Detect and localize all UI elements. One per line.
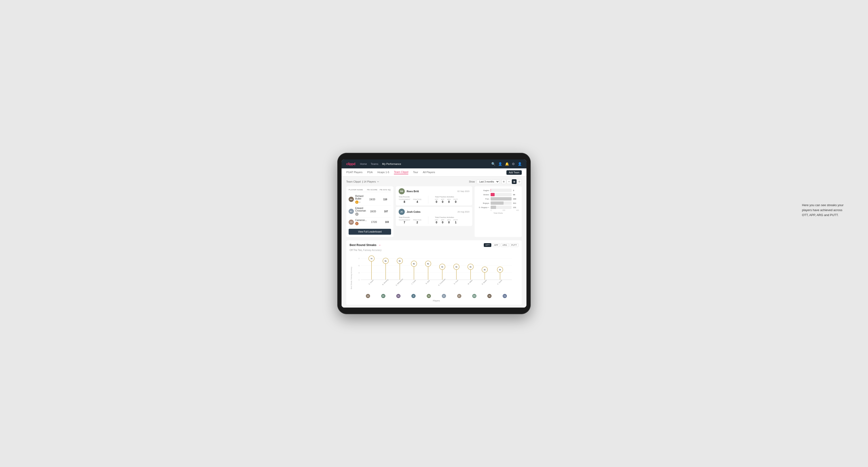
leaderboard-header: PLAYER NAME PB SCORE PB AVG SQ bbox=[349, 189, 391, 192]
arg-stat-1: ARG 0 bbox=[447, 198, 451, 204]
card-header-2: JC Josh Coles 26 Aug 2023 bbox=[399, 209, 469, 215]
table-view-icon[interactable]: ⊟ bbox=[517, 179, 522, 184]
player-name-1: Richard Butler bbox=[355, 195, 365, 200]
subnav-pgat[interactable]: PGAT Players bbox=[346, 171, 363, 174]
tablet-screen: clippd Home Teams My Performance 🔍 👤 🔔 ⚙… bbox=[342, 159, 526, 308]
edit-icon[interactable]: ✏ bbox=[377, 181, 379, 183]
subnav-team-clippd[interactable]: Team Clippd bbox=[394, 170, 408, 174]
scoring-chart-panel: Eagles 3 Birdies 96 bbox=[474, 186, 522, 237]
ott-button[interactable]: OTT bbox=[484, 243, 491, 247]
svg-text:6x: 6x bbox=[385, 260, 386, 262]
nav-links: Home Teams My Performance bbox=[360, 162, 401, 165]
stat-group-rounds-2: Total Rounds Tournament 7 Practice 2 bbox=[399, 216, 422, 224]
chart-x-label: Total Shots bbox=[477, 212, 519, 214]
practice-row-2: OTT 0 APP 0 ARG 0 bbox=[435, 219, 458, 224]
total-practice-label-1: Total Practice Activities bbox=[435, 196, 458, 198]
tournament-stat-1: Tournament 8 bbox=[399, 198, 410, 204]
streaks-title: Best Round Streaks bbox=[349, 243, 376, 247]
practice-label-1: Practice bbox=[413, 198, 421, 200]
bar-inner-dbogeys bbox=[491, 206, 496, 209]
nav-teams[interactable]: Teams bbox=[371, 162, 378, 165]
pa-mcherg: BM bbox=[381, 294, 385, 298]
col-player-name: PLAYER NAME bbox=[349, 189, 365, 191]
svg-text:3x: 3x bbox=[484, 269, 486, 271]
total-rounds-label-1: Total Rounds bbox=[399, 196, 422, 198]
y-axis-label: Best Streak, Fairway Accuracy bbox=[349, 254, 353, 302]
svg-text:D. Billingham: D. Billingham bbox=[395, 278, 404, 286]
col-pb-avg: PB AVG SQ bbox=[379, 189, 391, 191]
search-icon[interactable]: 🔍 bbox=[491, 162, 495, 166]
bar-val-bogeys: 311 bbox=[513, 202, 519, 204]
player-info-2: EC Edward Crossman 2 bbox=[349, 207, 366, 216]
pa-coles: JC bbox=[411, 294, 415, 298]
app-logo: clippd bbox=[346, 162, 355, 166]
putt-stat-2: PUTT 1 bbox=[454, 219, 458, 224]
bar-dbogeys: D. Bogeys + 131 bbox=[477, 206, 519, 209]
period-select[interactable]: Last 3 months Last 6 months Last year bbox=[477, 180, 500, 184]
app-value-2: 0 bbox=[442, 221, 443, 224]
grid-view-icon[interactable]: ⊞ bbox=[501, 179, 506, 184]
lb-row-2: EC Edward Crossman 2 18/20 107 bbox=[349, 206, 391, 217]
app-stat-1: APP 0 bbox=[441, 198, 444, 204]
stat-group-practice-1: Total Practice Activities OTT 0 APP 0 bbox=[435, 196, 458, 204]
card-avatar-2: JC bbox=[399, 209, 405, 215]
bar-outer-birdies bbox=[491, 193, 512, 196]
practice-value-1: 4 bbox=[416, 200, 418, 204]
bar-outer-pars bbox=[491, 197, 512, 200]
arg-button[interactable]: ARG bbox=[501, 243, 509, 247]
app-label-1: APP bbox=[441, 198, 444, 200]
tournament-stat-2: Tournament 7 bbox=[399, 219, 410, 224]
bar-val-pars: 499 bbox=[513, 198, 519, 200]
total-rounds-label-2: Total Rounds bbox=[399, 216, 422, 218]
card-view-icon[interactable]: ▦ bbox=[512, 179, 517, 184]
players-x-label: Players bbox=[354, 300, 519, 302]
streaks-controls: OTT APP ARG PUTT bbox=[484, 243, 519, 247]
rank-badge-2: 2 bbox=[355, 213, 359, 216]
card-name-1: Rees Britt bbox=[407, 190, 419, 193]
svg-text:4x: 4x bbox=[441, 266, 443, 268]
subnav-all-players[interactable]: All Players bbox=[423, 171, 435, 174]
stat-group-rounds-1: Total Rounds Tournament 8 Practice 4 bbox=[399, 196, 422, 204]
pb-score-1: 19/20 bbox=[365, 198, 379, 201]
subnav-tour[interactable]: Tour bbox=[413, 171, 418, 174]
x-tick-0: 0 bbox=[491, 210, 492, 211]
nav-my-performance[interactable]: My Performance bbox=[382, 162, 401, 165]
nav-home[interactable]: Home bbox=[360, 162, 367, 165]
divider-1 bbox=[428, 196, 428, 204]
add-team-button[interactable]: Add Team bbox=[506, 170, 522, 175]
player-info-1: RB Richard Butler 1 ♥ bbox=[349, 195, 365, 204]
pa-quick: CQ bbox=[503, 294, 507, 298]
arg-label-1: ARG bbox=[447, 198, 451, 200]
practice-value-2: 2 bbox=[416, 221, 418, 224]
app-button[interactable]: APP bbox=[492, 243, 500, 247]
avatar-icon[interactable]: 👤 bbox=[518, 162, 522, 166]
sub-nav-right: Add Team bbox=[506, 170, 522, 175]
svg-text:D. Ford: D. Ford bbox=[454, 280, 459, 285]
nav-bar: clippd Home Teams My Performance 🔍 👤 🔔 ⚙… bbox=[342, 159, 526, 168]
pa-ewert: EE bbox=[366, 294, 370, 298]
pa-crossman: EC bbox=[442, 294, 446, 298]
ott-value-2: 0 bbox=[436, 221, 437, 224]
app-stat-2: APP 0 bbox=[441, 219, 444, 224]
streak-chart-container: Best Streak, Fairway Accuracy 7 5 bbox=[349, 254, 519, 302]
streak-subtitle: Off The Tee, Fairway Accuracy bbox=[349, 249, 519, 251]
bar-label-pars: Pars bbox=[477, 198, 489, 200]
pa-billingham: DB bbox=[396, 294, 401, 298]
svg-text:R. Butler: R. Butler bbox=[482, 279, 487, 285]
list-view-icon[interactable]: ≡ bbox=[507, 179, 512, 184]
player-avatars-row: EE BM DB JC RB EC DF MM RB CQ bbox=[354, 294, 519, 298]
bar-label-dbogeys: D. Bogeys + bbox=[477, 206, 489, 209]
bell-icon[interactable]: 🔔 bbox=[505, 162, 509, 166]
practice-stat-1: Practice 4 bbox=[413, 198, 421, 204]
putt-button[interactable]: PUTT bbox=[510, 243, 519, 247]
subnav-pga[interactable]: PGA bbox=[367, 171, 373, 174]
lb-row-1: RB Richard Butler 1 ♥ 19/20 110 bbox=[349, 193, 391, 206]
subnav-hcaps[interactable]: Hcaps 1-5 bbox=[377, 171, 389, 174]
view-full-leaderboard-button[interactable]: View Full Leaderboard bbox=[349, 229, 391, 235]
bar-pars: Pars 499 bbox=[477, 197, 519, 200]
user-icon[interactable]: 👤 bbox=[498, 162, 502, 166]
settings-icon[interactable]: ⚙ bbox=[512, 162, 515, 166]
svg-text:J. Coles: J. Coles bbox=[411, 279, 416, 285]
ott-stat-2: OTT 0 bbox=[435, 219, 438, 224]
bar-eagles: Eagles 3 bbox=[477, 189, 519, 192]
